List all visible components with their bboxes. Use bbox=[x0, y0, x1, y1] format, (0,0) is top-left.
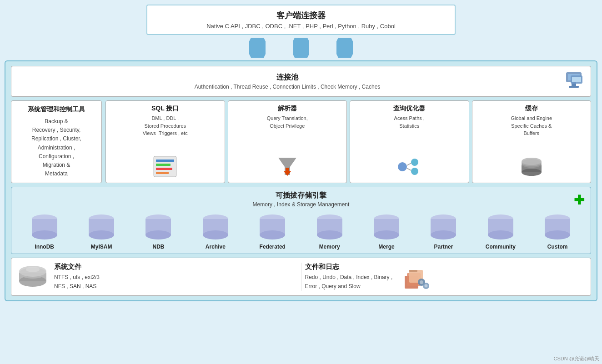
middle-section: 系统管理和控制工具 Backup & Recovery , Security, … bbox=[11, 100, 591, 183]
svg-point-36 bbox=[145, 230, 171, 239]
parser-desc: Query Translation, Object Privilege bbox=[267, 115, 308, 151]
cylinder-myisam-icon bbox=[85, 212, 117, 242]
engine-federated: Federated bbox=[256, 212, 288, 250]
sql-interface-title: SQL 接口 bbox=[151, 105, 179, 113]
svg-rect-6 bbox=[569, 86, 579, 88]
file-log-title: 文件和日志 bbox=[305, 263, 393, 271]
system-tools-title: 系统管理和控制工具 bbox=[16, 105, 97, 114]
cache-desc: Global and Engine Specific Caches & Buff… bbox=[511, 115, 552, 151]
cylinder-ndb-icon bbox=[142, 212, 174, 242]
svg-point-39 bbox=[203, 230, 228, 239]
cylinder-custom-icon bbox=[542, 212, 573, 242]
parser-icon bbox=[274, 154, 301, 179]
arrow-2 bbox=[293, 38, 309, 58]
client-connector-desc: Native C API , JDBC , ODBC , .NET , PHP … bbox=[156, 23, 446, 30]
network-icon bbox=[562, 70, 585, 93]
parser-title: 解析器 bbox=[278, 105, 297, 113]
cylinder-memory-icon bbox=[314, 212, 346, 242]
engine-innodb-label: InnoDB bbox=[35, 244, 54, 250]
cache-icon bbox=[518, 154, 545, 179]
engine-partner-label: Partner bbox=[434, 244, 453, 250]
svg-line-20 bbox=[407, 163, 411, 165]
engine-custom-label: Custom bbox=[547, 244, 568, 250]
cp-content: 连接池 Authentication , Thread Reuse , Conn… bbox=[17, 73, 558, 90]
sql-icon bbox=[151, 154, 179, 179]
se-desc: Memory , Index & Storage Management bbox=[17, 201, 585, 208]
svg-rect-13 bbox=[156, 172, 169, 174]
connection-pool-box: 连接池 Authentication , Thread Reuse , Conn… bbox=[11, 66, 591, 97]
file-log-text: 文件和日志 Redo , Undo , Data , Index , Binar… bbox=[305, 263, 393, 290]
main-wrapper: 客户端连接器 Native C API , JDBC , ODBC , .NET… bbox=[0, 0, 602, 364]
svg-point-54 bbox=[488, 230, 513, 239]
system-files-text: 系统文件 NTFS , ufs , ext2/3 NFS , SAN , NAS bbox=[54, 263, 100, 290]
svg-point-48 bbox=[374, 230, 399, 239]
parser-box: 解析器 Query Translation, Object Privilege bbox=[228, 100, 347, 183]
engine-merge: Merge bbox=[371, 212, 402, 250]
system-files-desc: NTFS , ufs , ext2/3 NFS , SAN , NAS bbox=[54, 273, 100, 290]
optimizer-title: 查询优化器 bbox=[393, 105, 425, 113]
arrows-row bbox=[5, 38, 597, 58]
optimizer-icon bbox=[396, 154, 423, 179]
system-files-section: 系统文件 NTFS , ufs , ext2/3 NFS , SAN , NAS bbox=[17, 263, 297, 290]
svg-rect-16 bbox=[286, 168, 289, 173]
cp-title: 连接池 bbox=[17, 73, 558, 82]
svg-point-42 bbox=[260, 230, 285, 239]
storage-engines-box: 可插拔存储引擎 Memory , Index & Storage Managem… bbox=[11, 187, 591, 254]
arrow-3 bbox=[336, 38, 353, 58]
engines-row: InnoDB MyISAM NDB bbox=[17, 212, 585, 250]
sql-interface-desc: DML , DDL , Stored Procedures Views ,Tri… bbox=[143, 115, 188, 151]
engine-archive-label: Archive bbox=[206, 244, 226, 250]
svg-line-21 bbox=[407, 168, 411, 170]
engine-ndb: NDB bbox=[142, 212, 174, 250]
engine-myisam: MyISAM bbox=[85, 212, 117, 250]
svg-rect-11 bbox=[156, 164, 171, 166]
svg-point-17 bbox=[398, 162, 407, 171]
client-connector-box: 客户端连接器 Native C API , JDBC , ODBC , .NET… bbox=[146, 5, 456, 35]
sql-components-area: SQL 接口 DML , DDL , Stored Procedures Vie… bbox=[105, 100, 591, 183]
file-log-section: 文件和日志 Redo , Undo , Data , Index , Binar… bbox=[305, 263, 586, 290]
svg-rect-66 bbox=[409, 270, 417, 272]
file-icon bbox=[398, 263, 430, 290]
cylinder-merge-icon bbox=[371, 212, 402, 242]
plus-icon: ✚ bbox=[574, 193, 584, 208]
sql-interface-box: SQL 接口 DML , DDL , Stored Procedures Vie… bbox=[105, 100, 225, 183]
svg-point-62 bbox=[26, 267, 40, 272]
svg-point-57 bbox=[545, 230, 570, 239]
engine-ndb-label: NDB bbox=[152, 244, 164, 250]
watermark: CSDN @允诺@晴天 bbox=[553, 355, 599, 362]
system-tools-desc: Backup & Recovery , Security, Replicatio… bbox=[16, 117, 97, 178]
cylinder-archive-icon bbox=[200, 212, 231, 242]
engine-innodb: InnoDB bbox=[29, 212, 60, 250]
engine-memory: Memory bbox=[314, 212, 346, 250]
engine-partner: Partner bbox=[427, 212, 459, 250]
svg-rect-10 bbox=[156, 160, 174, 162]
cp-desc: Authentication , Thread Reuse , Connecti… bbox=[17, 84, 558, 90]
svg-rect-8 bbox=[572, 77, 581, 82]
engine-custom: Custom bbox=[542, 212, 573, 250]
cache-box: 缓存 Global and Engine Specific Caches & B… bbox=[472, 100, 592, 183]
engine-myisam-label: MyISAM bbox=[91, 244, 112, 250]
engine-community: Community bbox=[485, 212, 517, 250]
cylinder-federated-icon bbox=[256, 212, 288, 242]
svg-point-30 bbox=[32, 230, 57, 239]
optimizer-desc: Acess Paths , Statistics bbox=[394, 115, 425, 151]
system-files-title: 系统文件 bbox=[54, 263, 100, 271]
svg-rect-12 bbox=[156, 168, 172, 170]
engine-archive: Archive bbox=[200, 212, 231, 250]
bottom-section: 系统文件 NTFS , ufs , ext2/3 NFS , SAN , NAS… bbox=[11, 258, 591, 295]
bottom-divider bbox=[301, 263, 301, 290]
svg-point-18 bbox=[411, 159, 418, 166]
cylinder-community-icon bbox=[485, 212, 517, 242]
svg-point-19 bbox=[411, 168, 418, 175]
cylinder-partner-icon bbox=[427, 212, 459, 242]
client-connector-title: 客户端连接器 bbox=[156, 10, 446, 21]
disk-icon bbox=[17, 263, 49, 290]
optimizer-box: 查询优化器 Acess Paths , Statistics bbox=[350, 100, 469, 183]
file-log-desc: Redo , Undo , Data , Index , Binary , Er… bbox=[305, 273, 393, 290]
mysql-server-box: MySQL Server 连接池 Authentication , Thread… bbox=[5, 60, 597, 301]
cylinder-innodb-icon bbox=[29, 212, 60, 242]
se-title: 可插拔存储引擎 bbox=[17, 191, 585, 200]
system-tools-box: 系统管理和控制工具 Backup & Recovery , Security, … bbox=[11, 100, 102, 183]
svg-point-33 bbox=[89, 230, 114, 239]
svg-point-70 bbox=[425, 284, 428, 288]
